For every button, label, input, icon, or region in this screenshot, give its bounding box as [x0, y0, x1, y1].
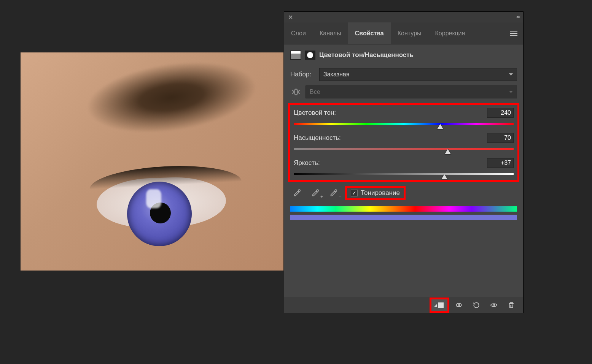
panel-tabs: Слои Каналы Свойства Контуры Коррекция: [284, 22, 523, 44]
close-icon[interactable]: ✕: [288, 14, 293, 21]
lightness-track: [294, 173, 514, 175]
hue-sat-icon[interactable]: [290, 51, 301, 60]
clip-arrow-icon: [434, 304, 438, 308]
panel-titlebar: ✕ <<: [284, 12, 523, 22]
saturation-thumb[interactable]: [445, 149, 451, 154]
panel-menu-button[interactable]: [504, 22, 523, 44]
lightness-label: Яркость:: [294, 159, 320, 167]
colorize-label: Тонирование: [361, 189, 400, 197]
color-range-select[interactable]: Все: [306, 85, 517, 98]
preset-label: Набор:: [290, 71, 315, 78]
hue-label: Цветовой тон:: [294, 109, 336, 117]
clip-to-layer-button[interactable]: [431, 299, 447, 311]
saturation-track: [294, 148, 514, 150]
document-canvas[interactable]: [21, 52, 283, 271]
colorize-checkbox[interactable]: ✓: [351, 190, 358, 196]
lightness-slider-row: Яркость:: [294, 158, 514, 177]
chevron-down-icon: [509, 73, 513, 76]
hue-thumb[interactable]: [437, 124, 443, 129]
hue-track: [294, 123, 514, 125]
properties-panel: ✕ << Слои Каналы Свойства Контуры Коррек…: [284, 11, 524, 313]
tab-channels[interactable]: Каналы: [313, 22, 348, 44]
eyedropper-icon[interactable]: [290, 187, 304, 199]
range-row: Все: [290, 85, 517, 98]
preset-value: Заказная: [323, 71, 349, 78]
lightness-slider[interactable]: [294, 171, 514, 177]
eyedropper-sub-icon[interactable]: −: [327, 187, 341, 199]
colorize-highlight-box: ✓ Тонирование: [345, 186, 406, 200]
clip-square-icon: [438, 302, 444, 308]
clip-highlight-box: [430, 298, 449, 313]
visibility-button[interactable]: [486, 299, 502, 311]
panel-footer: [284, 297, 523, 313]
input-spectrum[interactable]: [290, 206, 517, 212]
preset-select[interactable]: Заказная: [319, 68, 517, 81]
preset-row: Набор: Заказная: [290, 68, 517, 81]
saturation-label: Насыщенность:: [294, 134, 341, 142]
collapse-icon[interactable]: <<: [516, 14, 519, 20]
saturation-slider[interactable]: [294, 146, 514, 152]
hamburger-icon: [510, 33, 517, 34]
svg-point-2: [493, 304, 495, 306]
lightness-thumb[interactable]: [441, 174, 447, 179]
delete-button[interactable]: [503, 299, 519, 311]
saturation-value-input[interactable]: [487, 133, 514, 143]
tab-paths[interactable]: Контуры: [391, 22, 428, 44]
reset-button[interactable]: [468, 299, 484, 311]
tab-properties[interactable]: Свойства: [348, 22, 391, 44]
hue-slider-row: Цветовой тон:: [294, 108, 514, 127]
sliders-highlight-box: Цветовой тон: Насыщенность:: [288, 103, 519, 182]
tab-layers[interactable]: Слои: [284, 22, 313, 44]
view-previous-state-button[interactable]: [451, 299, 467, 311]
image-content: [61, 52, 283, 162]
hue-slider[interactable]: [294, 121, 514, 127]
saturation-slider-row: Насыщенность:: [294, 133, 514, 152]
panel-body: Набор: Заказная Все Цветовой тон:: [284, 66, 523, 297]
tab-adjustments[interactable]: Коррекция: [428, 22, 472, 44]
range-value: Все: [310, 89, 320, 95]
chevron-down-icon: [509, 91, 513, 93]
hand-scrub-icon[interactable]: [290, 86, 302, 98]
adjustment-title: Цветовой тон/Насыщенность: [319, 51, 414, 59]
adjustment-header: Цветовой тон/Насыщенность: [284, 44, 523, 66]
lightness-value-input[interactable]: [487, 158, 514, 168]
spectrum-strips: [290, 206, 517, 220]
output-spectrum[interactable]: [290, 215, 517, 220]
image-content: [146, 189, 161, 208]
hue-value-input[interactable]: [487, 108, 514, 118]
tools-row: + − ✓ Тонирование: [290, 186, 517, 200]
eyedropper-add-icon[interactable]: +: [309, 187, 322, 199]
mask-icon[interactable]: [305, 51, 315, 60]
